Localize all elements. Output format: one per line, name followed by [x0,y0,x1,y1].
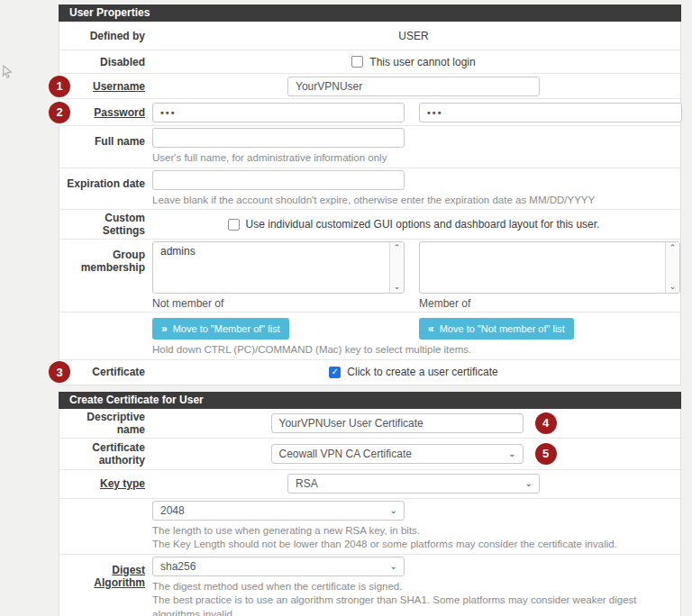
row-move-buttons: » Move to "Member of" list « Move to "No… [59,313,680,360]
descriptive-name-input[interactable] [271,413,524,433]
member-of-caption: Member of [419,297,470,310]
row-defined-by: Defined by USER [59,22,680,50]
row-custom-settings: Custom Settings Use individual customize… [59,210,680,240]
certificate-checkbox-label: Click to create a user certificate [347,366,497,378]
chevron-down-icon: ⌄ [390,560,397,570]
row-full-name: Full name User's full name, for administ… [59,126,680,168]
digest-algorithm-hint: The digest method used when the certific… [152,580,675,616]
row-certificate-authority: Certificate authority Ceowall VPN CA Cer… [59,439,680,470]
checkmark-icon: ✓ [332,367,339,376]
custom-settings-label: Custom Settings [59,212,145,237]
full-name-input[interactable] [152,128,405,148]
scrollbar[interactable]: ⌃ ⌄ [665,242,679,293]
certificate-checkbox[interactable]: ✓ [329,367,341,378]
row-descriptive-name: Descriptive name 4 [59,409,680,439]
move-to-member-button[interactable]: » Move to "Member of" list [152,318,289,340]
password-label: Password [94,106,145,119]
row-digest-algorithm: Digest Algorithm sha256 ⌄ The digest met… [59,555,680,616]
annotation-badge-3: 3 [49,361,70,383]
descriptive-name-label: Descriptive name [59,411,145,436]
list-item[interactable]: admins [153,242,404,260]
move-to-not-member-button[interactable]: « Move to "Not member of" list [419,318,574,340]
username-input[interactable] [287,77,540,96]
expiration-date-hint: Leave blank if the account shouldn't exp… [152,194,675,208]
row-key-type: Key type RSA ⌄ [59,470,680,499]
certificate-authority-label: Certificate authority [59,441,145,467]
annotation-badge-4: 4 [535,412,557,434]
chevron-down-icon: ⌄ [525,478,533,488]
group-membership-label: Group membership [59,241,145,310]
chevron-down-icon: ⌄ [508,448,515,457]
key-length-select[interactable]: 2048 ⌄ [152,501,405,521]
defined-by-label: Defined by [59,30,145,42]
key-length-hint: The length to use when generating a new … [152,524,675,552]
scroll-down-icon[interactable]: ⌄ [394,283,401,291]
row-expiration-date: Expiration date Leave blank if the accou… [59,168,680,211]
custom-settings-checkbox[interactable] [228,219,240,231]
member-of-list[interactable]: ⌃ ⌄ [419,241,680,294]
key-type-select[interactable]: RSA ⌄ [287,474,540,494]
expiration-date-label: Expiration date [59,170,145,208]
page: User Properties Defined by USER Disabled… [0,0,692,616]
certificate-authority-select[interactable]: Ceowall VPN CA Certificate ⌄ [271,444,524,464]
row-key-length: 2048 ⌄ The length to use when generating… [59,499,680,555]
full-name-hint: User's full name, for administrative inf… [152,151,675,166]
expiration-date-input[interactable] [152,170,405,190]
row-password: 2 Password [59,99,680,126]
annotation-badge-1: 1 [49,76,70,97]
create-certificate-panel: Descriptive name 4 Certificate authority… [59,409,681,616]
defined-by-value: USER [398,30,428,42]
annotation-badge-2: 2 [49,102,70,123]
digest-algorithm-select[interactable]: sha256 ⌄ [152,557,405,576]
not-member-of-list[interactable]: admins ⌃ ⌄ [152,241,405,294]
chevron-down-icon: ⌄ [390,504,397,514]
key-type-label: Key type [100,477,145,490]
row-group-membership: Group membership admins ⌃ ⌄ ⌃ ⌄ [59,240,680,313]
double-arrow-left-icon: « [428,322,434,335]
disabled-checkbox[interactable] [351,56,363,68]
user-properties-header: User Properties [59,5,681,22]
group-membership-hint: Hold down CTRL (PC)/COMMAND (Mac) key to… [152,343,675,358]
certificate-label: Certificate [59,366,145,378]
row-certificate: 3 Certificate ✓ Click to create a user c… [59,360,680,385]
password-input[interactable] [152,103,405,122]
password-confirm-input[interactable] [419,103,682,122]
scroll-up-icon[interactable]: ⌃ [394,244,401,252]
disabled-checkbox-label: This user cannot login [369,56,475,68]
not-member-of-caption: Not member of [152,297,419,310]
digest-algorithm-label: Digest Algorithm [94,564,145,589]
scroll-up-icon[interactable]: ⌃ [669,244,677,252]
scroll-down-icon[interactable]: ⌄ [669,283,677,291]
custom-settings-checkbox-label: Use individual customized GUI options an… [246,218,600,231]
row-disabled: Disabled This user cannot login [59,50,680,74]
disabled-label: Disabled [59,56,145,68]
scrollbar[interactable]: ⌃ ⌄ [389,242,404,293]
user-properties-panel: Defined by USER Disabled This user canno… [59,22,681,385]
mouse-cursor-icon [2,65,14,82]
double-arrow-right-icon: » [161,322,168,335]
create-certificate-header: Create Certificate for User [59,392,681,409]
row-username: 1 Username [59,74,680,99]
username-label: Username [93,80,145,93]
annotation-badge-5: 5 [535,443,557,465]
full-name-label: Full name [59,128,145,166]
